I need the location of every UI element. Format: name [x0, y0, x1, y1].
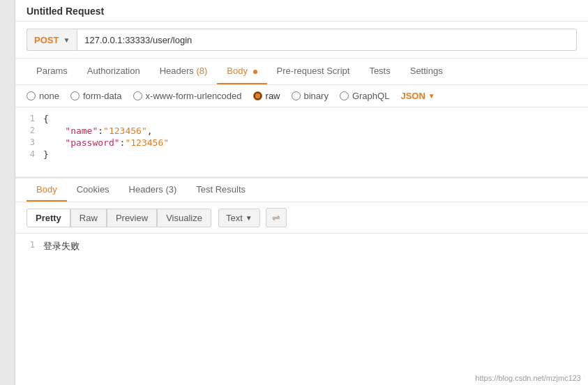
url-input[interactable]	[77, 29, 577, 51]
tab-params[interactable]: Params	[27, 59, 77, 84]
headers-badge: (8)	[196, 66, 207, 76]
code-content-1: {	[43, 114, 588, 124]
response-tab-test-results[interactable]: Test Results	[186, 179, 255, 202]
code-content-4: }	[43, 149, 588, 160]
response-body: 1 登录失败	[15, 234, 588, 385]
code-line-4: 4 }	[15, 149, 588, 160]
body-dot-icon	[253, 70, 257, 74]
radio-binary[interactable]: binary	[292, 91, 329, 101]
response-tab-headers[interactable]: Headers (3)	[119, 179, 187, 202]
line-number-2: 2	[15, 126, 43, 135]
body-type-area: none form-data x-www-form-urlencoded raw…	[15, 85, 588, 107]
response-content-1: 登录失败	[43, 240, 80, 252]
tab-tests[interactable]: Tests	[359, 59, 400, 84]
view-raw-button[interactable]: Raw	[70, 209, 107, 227]
response-tabs: Body Cookies Headers (3) Test Results	[15, 179, 588, 202]
text-format-dropdown[interactable]: Text ▼	[218, 209, 260, 227]
response-line-number-1: 1	[15, 240, 43, 250]
view-preview-button[interactable]: Preview	[107, 209, 157, 227]
radio-raw[interactable]: raw	[253, 91, 280, 101]
tab-pre-request-script[interactable]: Pre-request Script	[267, 59, 360, 84]
request-tabs: Params Authorization Headers (8) Body Pr…	[15, 59, 588, 85]
code-content-3: "password":"123456"	[43, 137, 588, 148]
tab-body[interactable]: Body	[217, 59, 266, 84]
method-dropdown-arrow-icon: ▼	[63, 36, 70, 44]
view-pretty-button[interactable]: Pretty	[27, 209, 70, 227]
line-number-1: 1	[15, 114, 43, 123]
response-line-1: 1 登录失败	[15, 239, 588, 253]
sidebar	[0, 0, 15, 385]
response-headers-badge: (3)	[165, 184, 176, 195]
radio-x-www-form-urlencoded[interactable]: x-www-form-urlencoded	[133, 91, 242, 101]
wrap-icon: ⇌	[272, 212, 280, 223]
wrap-button[interactable]: ⇌	[266, 208, 287, 227]
tab-headers[interactable]: Headers (8)	[150, 59, 218, 84]
tab-settings[interactable]: Settings	[400, 59, 453, 84]
method-label: POST	[34, 35, 59, 45]
tab-authorization[interactable]: Authorization	[77, 59, 150, 84]
view-visualize-button[interactable]: Visualize	[157, 209, 211, 227]
code-line-3: 3 "password":"123456"	[15, 137, 588, 149]
response-section: Body Cookies Headers (3) Test Results Pr…	[15, 177, 588, 385]
line-number-4: 4	[15, 149, 43, 159]
radio-graphql[interactable]: GraphQL	[340, 91, 389, 101]
radio-form-data[interactable]: form-data	[70, 91, 122, 101]
text-format-arrow-icon: ▼	[246, 214, 252, 222]
json-dropdown-arrow-icon: ▼	[428, 92, 435, 100]
response-tab-body[interactable]: Body	[27, 179, 67, 202]
code-line-1: 1 {	[15, 113, 588, 125]
request-title: Untitled Request	[27, 6, 577, 17]
code-line-2: 2 "name":"123456",	[15, 125, 588, 137]
text-format-label: Text	[226, 213, 243, 223]
json-format-dropdown[interactable]: JSON ▼	[400, 91, 435, 101]
code-editor[interactable]: 1 { 2 "name":"123456", 3 "password":"123…	[15, 107, 588, 177]
json-label: JSON	[400, 91, 425, 101]
url-bar-area: POST ▼	[15, 22, 588, 59]
response-toolbar: Pretty Raw Preview Visualize Text ▼ ⇌	[15, 202, 588, 234]
status-bar: https://blog.csdn.net/mzjmc123	[468, 371, 588, 385]
status-url: https://blog.csdn.net/mzjmc123	[475, 374, 581, 382]
title-bar: Untitled Request	[15, 0, 588, 22]
code-content-2: "name":"123456",	[43, 126, 588, 136]
line-number-3: 3	[15, 137, 43, 147]
response-tab-cookies[interactable]: Cookies	[67, 179, 119, 202]
radio-none[interactable]: none	[27, 91, 59, 101]
main-content: Untitled Request POST ▼ Params Authoriza…	[15, 0, 588, 385]
method-select[interactable]: POST ▼	[27, 29, 77, 51]
